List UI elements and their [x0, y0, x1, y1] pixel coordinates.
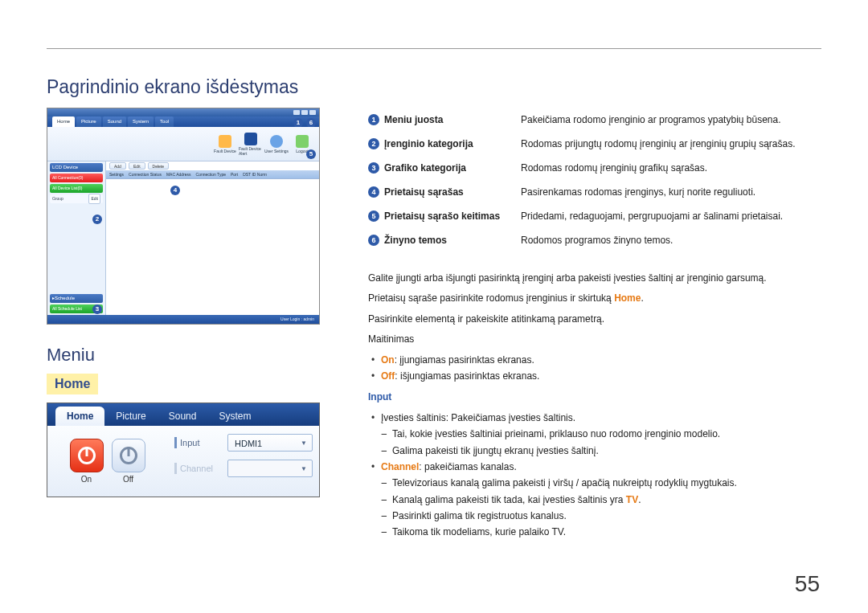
legend-num-5: 5 [368, 210, 379, 222]
btn-delete[interactable]: Delete [148, 162, 169, 170]
callout-2: 2 [92, 215, 102, 224]
sidebar-row-allconn[interactable]: All Connection(0) [50, 174, 103, 182]
tab-system[interactable]: System [128, 116, 154, 127]
toolbar-fault-alert[interactable]: Fault Device Alert [239, 129, 263, 159]
btn-edit[interactable]: Edit [129, 162, 145, 170]
btn-add[interactable]: Add [109, 162, 126, 170]
app2-tab-system[interactable]: System [207, 407, 262, 426]
callout-3: 3 [92, 304, 102, 314]
legend-num-2: 2 [368, 138, 379, 149]
sidebar-row-alldev[interactable]: All Device List(0) [50, 184, 103, 193]
sidebar-row-group[interactable]: Group Edit [50, 194, 103, 203]
meniu-body: Galite įjungti arba išjungti pasirinktą … [368, 270, 821, 541]
status-bar: User Login : admin [47, 315, 319, 324]
tab-tool[interactable]: Tool [155, 116, 174, 127]
legend-num-4: 4 [368, 186, 379, 198]
toolbar-fault-device[interactable]: Fault Device [213, 129, 237, 159]
tab-sound[interactable]: Sound [103, 116, 126, 127]
page-title: Pagrindinio ekrano išdėstymas [47, 76, 821, 98]
app-screenshot-main: Home Picture Sound System Tool 1 6 Fault… [47, 108, 320, 325]
app2-tab-picture[interactable]: Picture [104, 407, 157, 426]
main-panel: Add Edit Delete Settings Connection Stat… [106, 161, 319, 315]
toolbar: Fault Device Fault Device Alert User Set… [47, 127, 319, 161]
callout-5: 5 [306, 149, 316, 159]
titlebar [47, 108, 319, 116]
header-rule [47, 48, 821, 49]
power-off-button[interactable] [112, 439, 145, 472]
sidebar-schedule-header[interactable]: ▸ Schedule [50, 294, 103, 303]
toolbar-user-settings[interactable]: User Settings [264, 129, 289, 159]
app2-tab-sound[interactable]: Sound [158, 407, 208, 426]
sub-home: Home [47, 374, 98, 394]
legend-table: 1Meniu juostaPakeičiama rodomo įrenginio… [368, 108, 821, 252]
power-on-label: On [81, 475, 92, 484]
sidebar: LCD Device All Connection(0) All Device … [47, 161, 106, 315]
callout-4: 4 [170, 186, 180, 195]
power-on-button[interactable] [70, 439, 104, 472]
legend-num-1: 1 [368, 114, 379, 125]
tab-picture[interactable]: Picture [76, 116, 101, 127]
page-number: 55 [795, 571, 820, 597]
legend-num-3: 3 [368, 162, 379, 174]
sidebar-lcd-header[interactable]: LCD Device [50, 163, 103, 172]
channel-label: Channel [174, 463, 223, 474]
input-select[interactable]: HDMI1 [227, 434, 313, 452]
section-meniu: Meniu [47, 345, 320, 366]
main-toolbar: Add Edit Delete [106, 161, 319, 170]
app-screenshot-home: Home Picture Sound System On Off [47, 403, 320, 497]
power-off-label: Off [123, 475, 133, 484]
legend-num-6: 6 [368, 235, 379, 246]
channel-select [227, 460, 313, 477]
tab-home[interactable]: Home [52, 116, 75, 127]
menu-bar: Home Picture Sound System Tool 1 6 [47, 116, 319, 127]
input-label: Input [174, 437, 223, 448]
app2-tab-home[interactable]: Home [55, 407, 104, 426]
main-columns: Settings Connection Status MAC Address C… [106, 170, 319, 179]
